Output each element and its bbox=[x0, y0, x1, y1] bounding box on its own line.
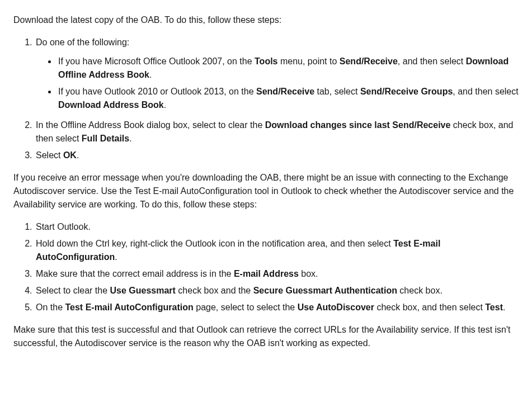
bold-send-receive-tab: Send/Receive bbox=[256, 87, 314, 96]
bold-use-autodiscover: Use AutoDiscover bbox=[298, 302, 374, 312]
ac-step-5: On the Test E-mail AutoConfiguration pag… bbox=[35, 301, 519, 314]
step-1: Do one of the following: If you have Mic… bbox=[35, 36, 519, 112]
step-2: In the Offline Address Book dialog box, … bbox=[35, 119, 519, 145]
bold-email-address: E-mail Address bbox=[234, 269, 299, 278]
option-outlook-2007: If you have Microsoft Office Outlook 200… bbox=[57, 55, 519, 82]
bold-test-email-autoconfig-page: Test E-mail AutoConfiguration bbox=[65, 302, 193, 312]
bold-send-receive-groups: Send/Receive Groups bbox=[360, 87, 453, 96]
ac-step-3: Make sure that the correct email address… bbox=[35, 267, 519, 281]
bold-download-address-book: Download Address Book bbox=[58, 100, 164, 110]
closing-paragraph: Make sure that this test is successful a… bbox=[13, 323, 519, 350]
ac-step-1: Start Outlook. bbox=[35, 220, 519, 234]
bold-secure-guessmart: Secure Guessmart Authentication bbox=[253, 286, 397, 295]
bold-full-details: Full Details bbox=[82, 134, 129, 143]
option-outlook-2010-2013: If you have Outlook 2010 or Outlook 2013… bbox=[57, 85, 519, 112]
ac-step-4: Select to clear the Use Guessmart check … bbox=[35, 284, 519, 297]
bold-use-guessmart: Use Guessmart bbox=[110, 286, 176, 295]
ac-step-2: Hold down the Ctrl key, right-click the … bbox=[35, 237, 519, 264]
bold-download-changes: Download changes since last Send/Receive bbox=[265, 120, 451, 130]
bold-ok: OK bbox=[63, 150, 77, 160]
step-1-options: If you have Microsoft Office Outlook 200… bbox=[36, 55, 519, 112]
steps-list-2: Start Outlook. Hold down the Ctrl key, r… bbox=[13, 220, 519, 314]
bold-tools: Tools bbox=[255, 56, 277, 66]
step-1-text: Do one of the following: bbox=[36, 37, 129, 47]
bold-test: Test bbox=[485, 302, 503, 312]
steps-list-1: Do one of the following: If you have Mic… bbox=[13, 36, 519, 162]
step-3: Select OK. bbox=[35, 149, 519, 162]
error-paragraph: If you receive an error message when you… bbox=[13, 171, 519, 211]
intro-paragraph: Download the latest copy of the OAB. To … bbox=[13, 13, 519, 27]
bold-send-receive: Send/Receive bbox=[340, 56, 398, 66]
